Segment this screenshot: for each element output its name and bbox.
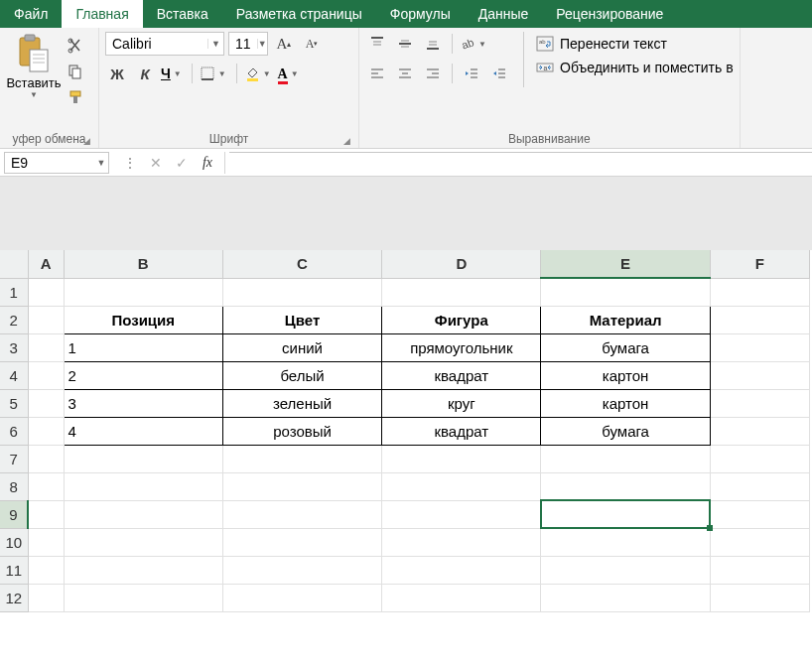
row-header-10[interactable]: 10: [0, 528, 28, 556]
row-header-5[interactable]: 5: [0, 389, 28, 417]
cell-B2[interactable]: Позиция: [64, 306, 222, 333]
chevron-down-icon[interactable]: ▼: [207, 39, 223, 49]
decrease-indent-icon[interactable]: [460, 62, 483, 85]
chevron-down-icon[interactable]: ▼: [257, 39, 267, 49]
row-header-1[interactable]: 1: [0, 278, 28, 306]
copy-icon[interactable]: [68, 64, 85, 81]
cell-B3[interactable]: 1: [64, 333, 222, 361]
cell-C4[interactable]: белый: [222, 361, 381, 389]
cell-D10[interactable]: [382, 528, 541, 556]
insert-function-button[interactable]: fx: [195, 152, 220, 174]
cell-D6[interactable]: квадрат: [382, 417, 541, 445]
cell-E9[interactable]: [541, 500, 710, 528]
name-box[interactable]: ▼: [4, 152, 109, 174]
row-header-6[interactable]: 6: [0, 417, 28, 445]
cell-B1[interactable]: [64, 278, 222, 306]
row-header-2[interactable]: 2: [0, 306, 28, 333]
tab-1[interactable]: Вставка: [143, 0, 222, 28]
cell-B5[interactable]: 3: [64, 389, 222, 417]
cell-F3[interactable]: [710, 333, 809, 361]
paste-button[interactable]: Вставить ▼: [6, 32, 62, 99]
cell-E7[interactable]: [541, 445, 710, 472]
increase-font-icon[interactable]: A▴: [272, 32, 296, 56]
tab-2[interactable]: Разметка страницы: [222, 0, 376, 28]
cell-B12[interactable]: [64, 584, 222, 611]
cell-C1[interactable]: [222, 278, 381, 306]
cell-C2[interactable]: Цвет: [222, 306, 381, 333]
cell-B10[interactable]: [64, 528, 222, 556]
row-header-11[interactable]: 11: [0, 556, 28, 584]
col-header-B[interactable]: B: [64, 250, 222, 278]
tab-file[interactable]: Файл: [0, 0, 62, 28]
cell-B11[interactable]: [64, 556, 222, 584]
underline-button[interactable]: Ч▼: [161, 62, 185, 85]
cell-D1[interactable]: [382, 278, 541, 306]
cell-A10[interactable]: [28, 528, 64, 556]
cell-C7[interactable]: [222, 445, 381, 472]
col-header-F[interactable]: F: [710, 250, 809, 278]
bold-button[interactable]: Ж: [105, 62, 129, 85]
cell-F2[interactable]: [710, 306, 809, 333]
cell-D8[interactable]: [382, 472, 541, 500]
cell-D2[interactable]: Фигура: [382, 306, 541, 333]
cell-F9[interactable]: [710, 500, 809, 528]
cell-A4[interactable]: [28, 361, 64, 389]
cell-F1[interactable]: [710, 278, 809, 306]
orientation-button[interactable]: ab▼: [460, 32, 489, 56]
cell-C12[interactable]: [222, 584, 381, 611]
spreadsheet-grid[interactable]: ABCDEF 12ПозицияЦветФигураМатериал31сини…: [0, 250, 810, 612]
chevron-down-icon[interactable]: ▼: [94, 158, 108, 168]
row-header-3[interactable]: 3: [0, 333, 28, 361]
align-center-icon[interactable]: [393, 62, 417, 85]
cut-icon[interactable]: [68, 38, 85, 56]
cell-D11[interactable]: [382, 556, 541, 584]
format-painter-icon[interactable]: [68, 89, 85, 107]
cell-D9[interactable]: [382, 500, 541, 528]
cell-B8[interactable]: [64, 472, 222, 500]
font-size-combo[interactable]: 11 ▼: [228, 32, 268, 56]
italic-button[interactable]: К: [133, 62, 157, 85]
cell-D3[interactable]: прямоугольник: [382, 333, 541, 361]
cell-F6[interactable]: [710, 417, 809, 445]
cell-C8[interactable]: [222, 472, 381, 500]
name-box-input[interactable]: [5, 155, 94, 171]
fill-color-button[interactable]: ▼: [244, 62, 274, 85]
cell-F5[interactable]: [710, 389, 809, 417]
cell-E3[interactable]: бумага: [541, 333, 710, 361]
wrap-text-button[interactable]: ab Перенести текст: [536, 36, 734, 52]
select-all-corner[interactable]: [0, 250, 28, 278]
cell-E11[interactable]: [541, 556, 710, 584]
cell-A6[interactable]: [28, 417, 64, 445]
cell-C5[interactable]: зеленый: [222, 389, 381, 417]
cell-D7[interactable]: [382, 445, 541, 472]
cell-A5[interactable]: [28, 389, 64, 417]
row-header-7[interactable]: 7: [0, 445, 28, 472]
cell-D12[interactable]: [382, 584, 541, 611]
cell-F10[interactable]: [710, 528, 809, 556]
font-name-combo[interactable]: Calibri ▼: [105, 32, 224, 56]
cell-A3[interactable]: [28, 333, 64, 361]
cell-F11[interactable]: [710, 556, 809, 584]
cell-A8[interactable]: [28, 472, 64, 500]
col-header-A[interactable]: A: [28, 250, 64, 278]
cell-E10[interactable]: [541, 528, 710, 556]
cell-A12[interactable]: [28, 584, 64, 611]
merge-center-button[interactable]: a Объединить и поместить в: [536, 60, 734, 75]
cell-A9[interactable]: [28, 500, 64, 528]
col-header-C[interactable]: C: [222, 250, 381, 278]
cell-C11[interactable]: [222, 556, 381, 584]
cell-E1[interactable]: [541, 278, 710, 306]
cell-F8[interactable]: [710, 472, 809, 500]
align-left-icon[interactable]: [365, 62, 389, 85]
col-header-E[interactable]: E: [541, 250, 710, 278]
row-header-4[interactable]: 4: [0, 361, 28, 389]
tab-0[interactable]: Главная: [62, 0, 142, 28]
cell-B4[interactable]: 2: [64, 361, 222, 389]
cell-E5[interactable]: картон: [541, 389, 710, 417]
cell-C10[interactable]: [222, 528, 381, 556]
increase-indent-icon[interactable]: [487, 62, 511, 85]
decrease-font-icon[interactable]: A▾: [300, 32, 324, 56]
cell-C6[interactable]: розовый: [222, 417, 381, 445]
cell-A11[interactable]: [28, 556, 64, 584]
dialog-launcher-icon[interactable]: ◢: [343, 132, 350, 150]
